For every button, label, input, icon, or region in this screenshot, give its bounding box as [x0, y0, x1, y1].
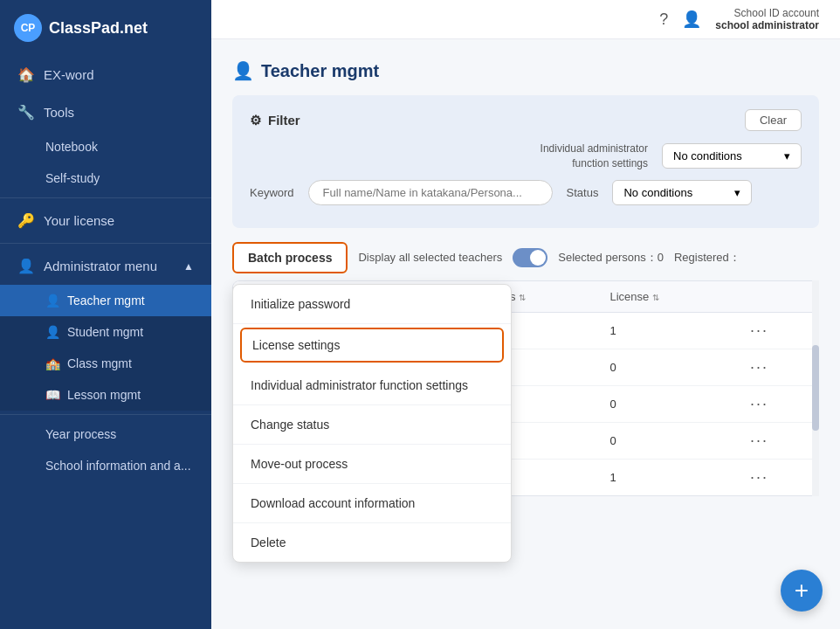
sidebar-item-teacher-mgmt[interactable]: 👤 Teacher mgmt: [0, 285, 211, 316]
cell-actions: ···: [740, 459, 818, 495]
filter-row-keyword: Keyword Status No conditions ▾: [250, 180, 802, 205]
filter-section: ⚙ Filter Clear Individual administratorf…: [232, 95, 819, 228]
page-title-text: Teacher mgmt: [261, 61, 379, 81]
toolbar-row: Batch process Display all selected teach…: [232, 242, 819, 273]
cell-license: 0: [599, 385, 740, 422]
admin-submenu: 👤 Teacher mgmt 👤 Student mgmt 🏫 Class mg…: [0, 285, 211, 411]
display-selected-toggle[interactable]: [513, 248, 547, 267]
chevron-up-icon: ▲: [183, 260, 194, 273]
cell-license: 1: [599, 312, 740, 349]
batch-process-dropdown: Initialize password License settings Ind…: [232, 284, 512, 563]
more-button[interactable]: ···: [750, 468, 768, 487]
scrollbar-thumb[interactable]: [812, 345, 819, 432]
sidebar-item-admin-menu[interactable]: 👤 Administrator menu ▲: [0, 247, 211, 285]
filter-row-admin: Individual administratorfunction setting…: [250, 142, 802, 171]
sidebar-divider: [0, 197, 211, 198]
sidebar-item-label: Tools: [44, 105, 74, 120]
dropdown-item-delete[interactable]: Delete: [233, 523, 511, 562]
filter-title: ⚙ Filter: [250, 113, 300, 128]
sidebar-item-year-process[interactable]: Year process: [0, 418, 211, 450]
fab-add-button[interactable]: +: [781, 570, 823, 612]
admin-icon: 👤: [17, 258, 35, 274]
filter-icon: ⚙: [250, 113, 261, 128]
dropdown-item-download-account[interactable]: Download account information: [233, 484, 511, 523]
col-header-license[interactable]: License ⇅: [599, 281, 740, 313]
sidebar-item-self-study[interactable]: Self-study: [0, 162, 211, 194]
user-icon[interactable]: 👤: [682, 10, 701, 29]
sidebar-item-label: EX-word: [44, 67, 94, 82]
sidebar-item-class-mgmt[interactable]: 🏫 Class mgmt: [0, 348, 211, 379]
account-line1: School ID account: [715, 7, 819, 19]
col-header-actions: [740, 281, 818, 313]
lesson-icon: 📖: [45, 388, 60, 402]
status-label: Status: [567, 186, 599, 199]
dropdown-item-init-password[interactable]: Initialize password: [233, 285, 511, 324]
sidebar-divider-2: [0, 243, 211, 244]
sidebar-divider-3: [0, 414, 211, 415]
filter-header: ⚙ Filter Clear: [250, 109, 802, 131]
license-icon: 🔑: [17, 212, 35, 229]
license-label: Your license: [44, 213, 114, 228]
logo: CP ClassPad.net: [0, 0, 211, 56]
sidebar-item-student-mgmt[interactable]: 👤 Student mgmt: [0, 316, 211, 348]
logo-icon: CP: [14, 14, 42, 42]
admin-function-dropdown[interactable]: No conditions ▾: [662, 143, 802, 169]
filter-label: Filter: [268, 113, 300, 128]
clear-button[interactable]: Clear: [745, 109, 802, 131]
logo-text: ClassPad.net: [49, 19, 148, 38]
toggle-knob: [530, 250, 546, 266]
account-info: School ID account school administrator: [715, 7, 819, 31]
license-sort-icon: ⇅: [652, 293, 659, 302]
sidebar-item-school-info[interactable]: School information and a...: [0, 450, 211, 481]
admin-function-label: Individual administratorfunction setting…: [250, 142, 648, 171]
display-selected-label: Display all selected teachers: [358, 251, 502, 264]
sidebar-item-tools[interactable]: 🔧 Tools: [0, 93, 211, 131]
page-content: 👤 Teacher mgmt ⚙ Filter Clear Individual…: [211, 39, 840, 629]
class-icon: 🏫: [45, 356, 60, 370]
more-button[interactable]: ···: [750, 395, 768, 413]
cell-actions: ···: [740, 385, 818, 422]
chevron-down-icon: ▾: [784, 149, 790, 162]
sidebar-item-notebook[interactable]: Notebook: [0, 131, 211, 162]
scrollbar-track[interactable]: [812, 280, 819, 496]
student-mgmt-label: Student mgmt: [67, 325, 143, 339]
keyword-input[interactable]: [308, 180, 553, 205]
status-value: No conditions: [623, 186, 692, 199]
tools-icon: 🔧: [17, 104, 35, 121]
chevron-down-icon-2: ▾: [734, 186, 740, 199]
top-bar: ? 👤 School ID account school administrat…: [211, 0, 840, 39]
page-title: 👤 Teacher mgmt: [232, 60, 819, 81]
status-sort-icon: ⇅: [519, 293, 526, 302]
more-button[interactable]: ···: [750, 321, 768, 340]
student-icon: 👤: [45, 325, 60, 339]
ex-word-icon: 🏠: [17, 66, 35, 83]
teacher-mgmt-label: Teacher mgmt: [67, 294, 145, 308]
cell-license: 0: [599, 422, 740, 459]
admin-function-value: No conditions: [673, 149, 742, 162]
sidebar-item-license[interactable]: 🔑 Your license: [0, 202, 211, 239]
dropdown-item-change-status[interactable]: Change status: [233, 405, 511, 445]
sidebar-item-lesson-mgmt[interactable]: 📖 Lesson mgmt: [0, 379, 211, 411]
sidebar: CP ClassPad.net 🏠 EX-word 🔧 Tools Notebo…: [0, 0, 211, 629]
year-process-label: Year process: [45, 427, 116, 441]
cell-actions: ···: [740, 349, 818, 385]
school-info-label: School information and a...: [45, 459, 191, 473]
registered-label: Registered：: [674, 250, 740, 266]
notebook-label: Notebook: [45, 140, 98, 154]
cell-license: 1: [599, 459, 740, 495]
dropdown-item-individual-admin[interactable]: Individual administrator function settin…: [233, 366, 511, 405]
more-button[interactable]: ···: [750, 358, 768, 377]
dropdown-item-move-out[interactable]: Move-out process: [233, 445, 511, 484]
status-dropdown[interactable]: No conditions ▾: [612, 180, 752, 205]
cell-actions: ···: [740, 312, 818, 349]
more-button[interactable]: ···: [750, 432, 768, 450]
main-content: ? 👤 School ID account school administrat…: [211, 0, 840, 629]
cell-license: 0: [599, 349, 740, 385]
help-icon[interactable]: ?: [659, 10, 668, 29]
selected-count: Selected persons：0: [558, 250, 664, 266]
batch-process-button[interactable]: Batch process: [232, 242, 348, 273]
dropdown-item-license-settings[interactable]: License settings: [240, 328, 504, 363]
teacher-icon: 👤: [45, 294, 60, 308]
sidebar-item-ex-word[interactable]: 🏠 EX-word: [0, 56, 211, 93]
self-study-label: Self-study: [45, 171, 100, 185]
